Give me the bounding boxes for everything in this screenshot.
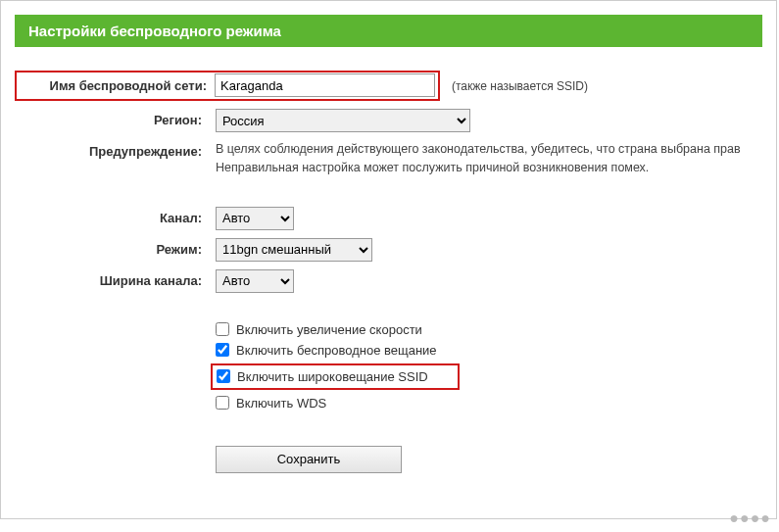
warning-label: Предупреждение:	[15, 140, 216, 159]
ssid-broadcast-checkbox[interactable]	[217, 369, 230, 383]
wds-checkbox[interactable]	[216, 396, 229, 410]
ssid-input[interactable]	[215, 73, 435, 97]
channel-select[interactable]: Авто	[216, 207, 294, 230]
warning-text: В целях соблюдения действующего законода…	[216, 140, 741, 177]
mode-select[interactable]: 11bgn смешанный	[216, 238, 372, 262]
wds-label: Включить WDS	[236, 396, 326, 411]
width-select[interactable]: Авто	[216, 269, 294, 293]
speed-boost-checkbox[interactable]	[216, 322, 229, 336]
ssid-broadcast-label: Включить широковещание SSID	[237, 369, 428, 384]
ssid-label: Имя беспроводной сети:	[20, 74, 215, 97]
channel-label: Канал:	[15, 207, 216, 225]
region-label: Регион:	[15, 109, 216, 127]
page-title: Настройки беспроводного режима	[15, 15, 762, 47]
ssid-hint: (также называется SSID)	[452, 79, 588, 93]
save-button[interactable]: Сохранить	[216, 446, 402, 473]
speed-boost-label: Включить увеличение скорости	[236, 322, 422, 337]
dots-decoration: ●●●●	[729, 509, 771, 527]
mode-label: Режим:	[15, 238, 216, 257]
region-select[interactable]: Россия	[216, 109, 470, 132]
width-label: Ширина канала:	[15, 269, 216, 288]
wireless-broadcast-checkbox[interactable]	[216, 343, 229, 357]
wireless-broadcast-label: Включить беспроводное вещание	[236, 343, 437, 358]
